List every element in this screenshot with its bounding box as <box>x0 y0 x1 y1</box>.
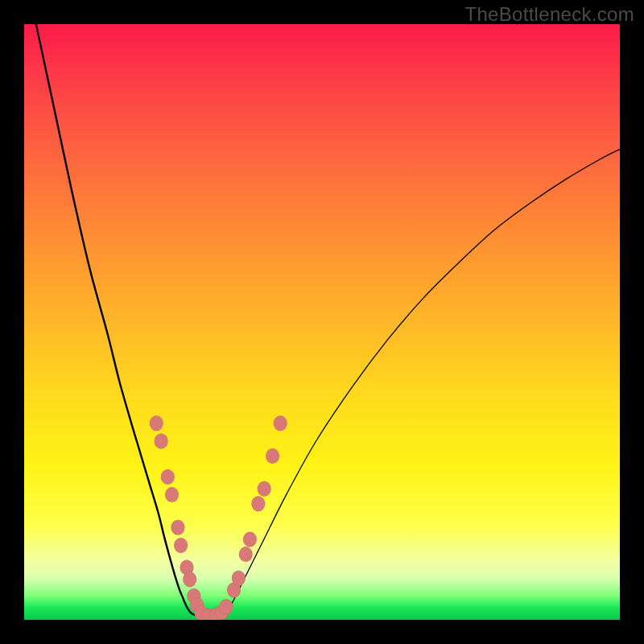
data-bead <box>274 415 287 431</box>
plot-area <box>24 24 620 620</box>
bead-group <box>150 415 287 620</box>
watermark-text: TheBottleneck.com <box>464 3 634 26</box>
chart-frame: TheBottleneck.com <box>0 0 644 644</box>
data-bead <box>251 496 265 511</box>
data-bead <box>232 571 246 586</box>
data-bead <box>150 415 163 431</box>
data-bead <box>155 434 168 449</box>
data-bead <box>171 520 184 535</box>
data-bead <box>243 532 257 547</box>
data-bead <box>165 487 179 502</box>
data-bead <box>258 481 271 497</box>
data-bead <box>219 599 233 614</box>
data-bead <box>161 469 175 485</box>
data-bead <box>174 538 188 553</box>
data-bead <box>239 547 253 562</box>
curve-right-branch <box>225 149 620 613</box>
data-bead <box>266 448 279 464</box>
curve-left-branch <box>36 24 192 614</box>
data-bead <box>183 572 196 587</box>
curve-layer <box>24 24 620 620</box>
